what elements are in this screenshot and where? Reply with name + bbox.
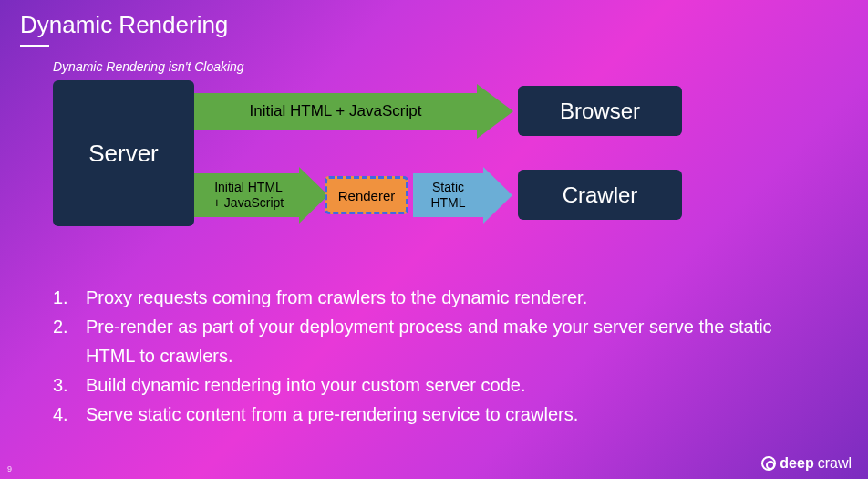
arrow-head-icon — [477, 84, 513, 139]
list-text: Build dynamic rendering into your custom… — [86, 370, 525, 400]
list-number: 4. — [53, 400, 86, 429]
footer-brand: deepcrawl — [761, 455, 852, 472]
list-item: 3. Build dynamic rendering into your cus… — [53, 370, 801, 400]
arrow-to-renderer-label: Initial HTML + JavaScript — [194, 173, 299, 217]
steps-list: 1. Proxy requests coming from crawlers t… — [53, 283, 801, 429]
page-number: 9 — [7, 464, 12, 474]
crawler-box: Crawler — [518, 170, 682, 220]
list-item: 4. Serve static content from a pre-rende… — [53, 400, 801, 429]
slide-title: Dynamic Rendering — [0, 0, 868, 45]
list-item: 2. Pre-render as part of your deployment… — [53, 312, 801, 370]
diagram-area: Server Initial HTML + JavaScript Browser… — [53, 80, 728, 235]
list-number: 1. — [53, 283, 86, 312]
arrow-to-browser-label: Initial HTML + JavaScript — [194, 93, 477, 130]
arrow-to-crawler: Static HTML — [413, 173, 518, 217]
browser-box: Browser — [518, 86, 682, 136]
list-number: 2. — [53, 312, 86, 370]
list-text: Serve static content from a pre-renderin… — [86, 400, 578, 429]
list-item: 1. Proxy requests coming from crawlers t… — [53, 283, 801, 312]
slide-subtitle: Dynamic Rendering isn't Cloaking — [0, 47, 868, 74]
brand-thin: crawl — [818, 455, 852, 472]
server-box: Server — [53, 80, 194, 226]
list-text: Pre-render as part of your deployment pr… — [86, 312, 801, 370]
arrow-static-line1: Static — [432, 180, 464, 195]
arrow-static-line2: HTML — [430, 195, 465, 211]
arrow-to-crawler-label: Static HTML — [413, 173, 483, 217]
arrow-to-browser: Initial HTML + JavaScript — [194, 93, 513, 130]
brand-bold: deep — [780, 455, 813, 472]
list-number: 3. — [53, 370, 86, 400]
brand-logo-icon — [761, 456, 776, 471]
arrow-head-icon — [483, 167, 512, 224]
renderer-box: Renderer — [325, 176, 408, 214]
list-text: Proxy requests coming from crawlers to t… — [86, 283, 587, 312]
arrow-to-renderer: Initial HTML + JavaScript — [194, 173, 331, 217]
arrow-mid-line2: + JavaScript — [213, 195, 284, 211]
arrow-mid-line1: Initial HTML — [214, 180, 283, 195]
